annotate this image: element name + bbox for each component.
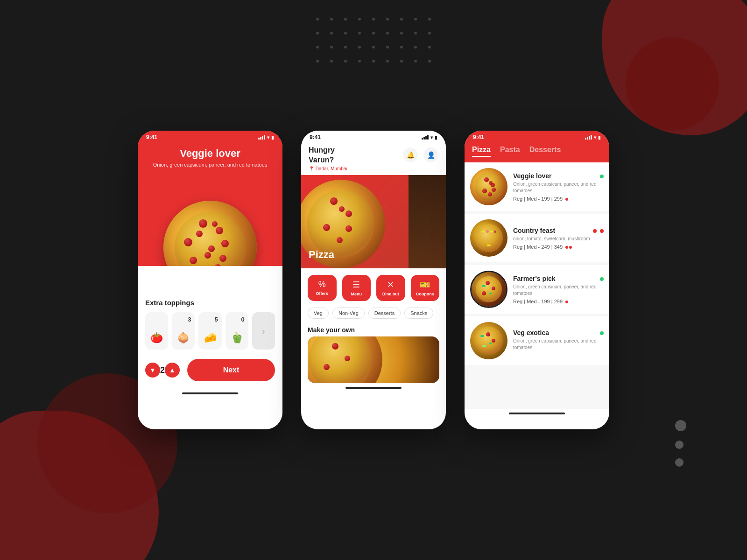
pepperoni — [219, 255, 226, 262]
pizza-toppings-2 — [479, 225, 498, 251]
pepperoni — [484, 177, 489, 182]
menu-button[interactable]: ☰ Menu — [342, 275, 371, 301]
make-your-own-title: Make your own — [301, 322, 446, 336]
quantity-value: 2 — [160, 365, 165, 375]
veggie — [482, 345, 486, 347]
coupons-button[interactable]: 🎫 Coupons — [411, 275, 440, 301]
pepperoni — [330, 197, 338, 205]
tab-pizza[interactable]: Pizza — [472, 146, 491, 157]
pepperoni — [482, 189, 487, 193]
increment-button[interactable]: ▲ — [165, 363, 180, 378]
cheese-icon: 🧀 — [204, 332, 217, 344]
signal-icon-2 — [422, 135, 429, 140]
phone3-status-icons: ▾ ▮ — [585, 135, 601, 140]
toppings-grid: 🍅 3 🧅 5 🧀 0 🫑 › — [145, 312, 275, 350]
pepperoni — [345, 225, 352, 232]
make-pizza-visual — [308, 336, 382, 383]
dot-grid-decoration: const grid = document.querySelector('.do… — [312, 14, 435, 66]
pepperoni — [221, 240, 229, 247]
veg-dot-4 — [600, 331, 604, 335]
item-name-3: Farmer's pick — [513, 275, 556, 282]
pepperoni — [323, 224, 330, 231]
topping-count-3: 0 — [241, 316, 245, 323]
phone2-status-bar: 9:41 ▾ ▮ — [301, 131, 446, 144]
pepperoni — [215, 264, 221, 266]
header-icons: 🔔 👤 — [403, 147, 438, 162]
topping-cheese: 5 🧀 — [198, 312, 221, 350]
menu-item-veggie-lover[interactable]: Veggie lover Onion, green capsicum, pane… — [465, 162, 609, 211]
pepperoni — [492, 287, 495, 290]
pepperoni — [337, 237, 343, 243]
pepperoni — [184, 238, 192, 246]
menu-item-img-4 — [470, 322, 507, 359]
pepperoni — [204, 252, 211, 259]
side-dots-decoration — [675, 420, 686, 467]
pepperoni — [199, 219, 207, 228]
tab-desserts[interactable]: Desserts — [529, 146, 561, 157]
filter-veg[interactable]: Veg — [308, 308, 329, 319]
topping-onion: 3 🧅 — [172, 312, 195, 350]
coupons-label: Coupons — [416, 292, 434, 296]
pizza-subtitle: Onion, green capsicum, paneer, and red t… — [138, 161, 282, 168]
pizza-visual — [163, 201, 257, 266]
menu-content: 9:41 ▾ ▮ Pizza Pasta — [465, 131, 609, 416]
pepperoni — [489, 181, 493, 185]
menu-icon: ☰ — [352, 280, 360, 290]
pizza-visual-4 — [470, 322, 507, 359]
filter-snacks[interactable]: Snacks — [404, 308, 433, 319]
pepperoni — [196, 231, 203, 237]
offers-icon: % — [318, 280, 326, 289]
wifi-icon-2: ▾ — [430, 135, 433, 140]
menu-list: Veggie lover Onion, green capsicum, pane… — [465, 162, 609, 409]
phone3-status-bar: 9:41 ▾ ▮ — [465, 131, 609, 144]
pepperoni — [332, 343, 338, 350]
item-name-1: Veggie lover — [513, 172, 551, 180]
veg-dot-1 — [600, 175, 604, 178]
filter-row: Veg Non-Veg Desserts Snacks — [301, 305, 446, 322]
item-header-1: Veggie lover — [513, 172, 604, 181]
toppings-label: Extra toppings — [145, 299, 275, 307]
wifi-icon: ▾ — [267, 135, 269, 140]
quick-actions: % Offers ☰ Menu ✕ Dine out 🎫 Coupons — [301, 268, 446, 305]
battery-icon: ▮ — [271, 135, 274, 140]
pepperoni — [216, 227, 223, 234]
make-your-own-image — [308, 336, 439, 383]
bg-decoration-4 — [626, 37, 719, 131]
topping-more: › — [252, 312, 275, 350]
dine-out-button[interactable]: ✕ Dine out — [376, 275, 405, 301]
pizza-title: Veggie lover — [138, 147, 282, 160]
menu-item-img-1 — [470, 168, 507, 205]
red-dot-1 — [593, 229, 597, 233]
decrement-button[interactable]: ▼ — [145, 363, 160, 378]
next-button[interactable]: Next — [187, 359, 275, 381]
phone1-header: 9:41 ▾ ▮ Veggie lover Onion, green capsi… — [138, 131, 282, 266]
menu-item-info-2: Country feast onion, tomato, sweetcorn, … — [513, 227, 604, 250]
item-header-4: Veg exotica — [513, 329, 604, 338]
notification-button[interactable]: 🔔 — [403, 147, 418, 162]
item-header-2: Country feast — [513, 227, 604, 236]
menu-item-country-feast[interactable]: Country feast onion, tomato, sweetcorn, … — [465, 214, 609, 262]
item-desc-3: Onion, green capsicum, paneer, and red t… — [513, 284, 604, 297]
home-indicator-2 — [345, 387, 402, 389]
profile-button[interactable]: 👤 — [423, 147, 438, 162]
topping-count-2: 5 — [214, 316, 218, 323]
battery-icon-2: ▮ — [435, 135, 437, 140]
country-feast-dots — [591, 229, 604, 233]
veggie — [482, 285, 486, 287]
filter-desserts[interactable]: Desserts — [368, 308, 401, 319]
pepperoni — [486, 281, 490, 285]
signal-icon — [258, 135, 265, 140]
menu-label: Menu — [351, 292, 362, 296]
side-dot-3 — [675, 458, 684, 467]
phone3-time: 9:41 — [473, 134, 484, 140]
battery-icon-3: ▮ — [598, 135, 601, 140]
offers-button[interactable]: % Offers — [308, 275, 337, 301]
phone2-status-area: 9:41 ▾ ▮ — [301, 131, 446, 144]
pepperoni — [190, 257, 197, 264]
menu-item-veg-exotica[interactable]: Veg exotica Onion, green capsicum, panee… — [465, 316, 609, 365]
filter-nonveg[interactable]: Non-Veg — [332, 308, 365, 319]
menu-item-farmers-pick[interactable]: Farmer's pick Onion, green capsicum, pan… — [465, 265, 609, 314]
tab-pasta[interactable]: Pasta — [500, 146, 520, 157]
menu-item-info-4: Veg exotica Onion, green capsicum, panee… — [513, 329, 604, 353]
phone-menu: 9:41 ▾ ▮ Pizza Pasta — [465, 131, 609, 429]
